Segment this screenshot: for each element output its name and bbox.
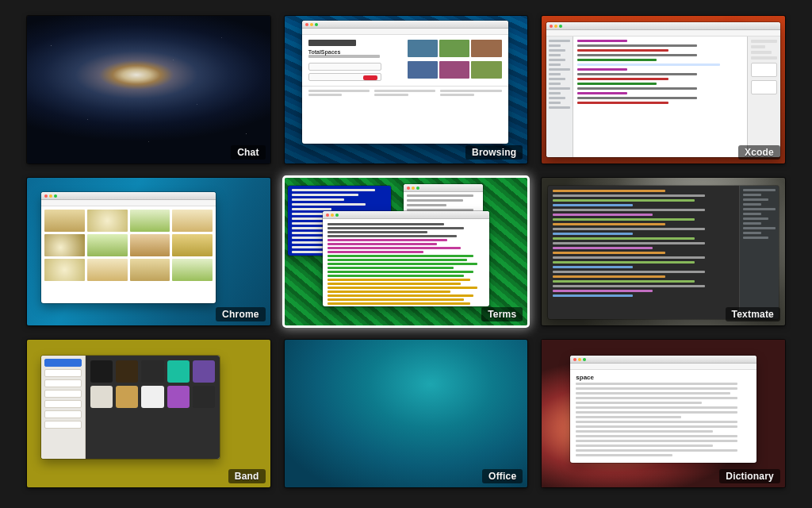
close-icon bbox=[573, 358, 576, 361]
dictionary-headword: space bbox=[576, 374, 751, 381]
zoom-icon bbox=[559, 25, 562, 28]
dictionary-toolbar bbox=[570, 364, 756, 370]
acoustic-icon bbox=[116, 386, 138, 408]
space-browsing[interactable]: TotalSpaces Browsing bbox=[285, 16, 528, 164]
space-xcode[interactable]: Xcode bbox=[542, 16, 785, 164]
voice-icon bbox=[167, 360, 190, 383]
keyboard-icon bbox=[193, 360, 215, 383]
screenshot-grid bbox=[408, 40, 502, 81]
terminal-window-log bbox=[323, 211, 489, 306]
loops-icon bbox=[90, 386, 113, 408]
desktop-wallpaper bbox=[285, 340, 528, 487]
space-label: Xcode bbox=[738, 145, 780, 160]
space-label: Terms bbox=[481, 307, 523, 321]
space-band[interactable]: Band bbox=[27, 340, 270, 487]
zoom-icon bbox=[315, 23, 318, 26]
zoom-icon bbox=[54, 194, 57, 198]
piano-icon bbox=[90, 360, 113, 383]
space-chat[interactable]: Chat bbox=[27, 16, 270, 164]
spaces-overview-grid: Chat TotalSpaces bbox=[0, 0, 812, 508]
textmate-editor bbox=[548, 186, 739, 319]
xcode-inspector bbox=[747, 37, 780, 157]
browser-toolbar bbox=[302, 29, 508, 35]
space-label: Chat bbox=[231, 145, 265, 160]
xcode-editor bbox=[573, 37, 747, 157]
guitar-icon bbox=[116, 360, 138, 383]
window-titlebar bbox=[41, 192, 216, 200]
movie-icon bbox=[193, 386, 215, 408]
space-dictionary[interactable]: space Dictionary bbox=[542, 340, 785, 487]
image-search-grid bbox=[41, 206, 216, 284]
space-label: Browsing bbox=[465, 145, 523, 160]
dictionary-window: space bbox=[570, 356, 756, 463]
amp-icon bbox=[141, 360, 163, 383]
space-label: Dictionary bbox=[719, 469, 780, 483]
garageband-window bbox=[41, 356, 220, 459]
minimize-icon bbox=[578, 358, 581, 361]
songwriting-icon bbox=[141, 386, 163, 408]
chrome-window bbox=[41, 192, 216, 303]
space-label: Textmate bbox=[726, 307, 780, 321]
window-titlebar bbox=[302, 21, 508, 29]
space-chrome[interactable]: Chrome bbox=[27, 178, 270, 325]
browser-window: TotalSpaces bbox=[302, 21, 508, 144]
zoom-icon bbox=[583, 358, 586, 361]
product-logo bbox=[308, 40, 356, 46]
space-terms[interactable]: Terms bbox=[285, 178, 528, 325]
space-label: Band bbox=[228, 469, 266, 483]
minimize-icon bbox=[554, 25, 557, 28]
xcode-toolbar bbox=[546, 30, 780, 37]
textmate-window bbox=[548, 186, 779, 319]
chrome-toolbar bbox=[41, 200, 216, 206]
buy-button bbox=[308, 73, 381, 81]
minimize-icon bbox=[310, 23, 313, 26]
download-button bbox=[308, 63, 381, 71]
xcode-window bbox=[546, 22, 780, 157]
product-name: TotalSpaces bbox=[308, 49, 403, 55]
space-label: Office bbox=[482, 469, 523, 483]
window-titlebar bbox=[546, 22, 780, 30]
sidebar-item-new-project bbox=[44, 359, 82, 367]
textmate-drawer bbox=[739, 186, 779, 319]
podcast-icon bbox=[167, 386, 190, 408]
minimize-icon bbox=[49, 194, 52, 198]
product-tagline bbox=[308, 55, 380, 58]
space-label: Chrome bbox=[216, 307, 266, 321]
project-sidebar bbox=[41, 356, 86, 459]
xcode-navigator bbox=[546, 37, 573, 157]
close-icon bbox=[44, 194, 48, 198]
desktop-wallpaper-galaxy bbox=[27, 16, 270, 164]
dictionary-definition bbox=[576, 383, 751, 456]
space-textmate[interactable]: Textmate bbox=[542, 178, 785, 325]
window-titlebar bbox=[570, 356, 756, 364]
project-template-grid bbox=[86, 356, 220, 459]
space-office[interactable]: Office bbox=[285, 340, 528, 487]
close-icon bbox=[550, 25, 553, 28]
close-icon bbox=[305, 23, 308, 26]
